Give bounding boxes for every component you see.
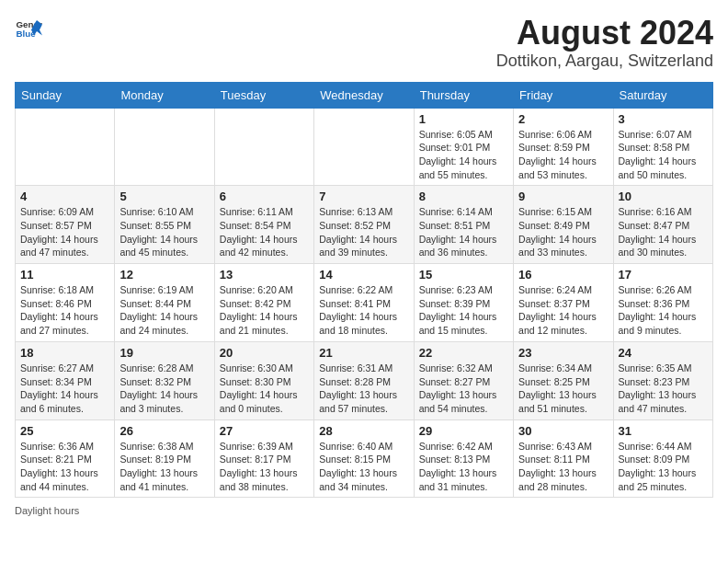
day-number: 17 (619, 268, 708, 282)
day-number: 30 (518, 424, 608, 438)
day-info: Sunrise: 6:19 AMSunset: 8:44 PMDaylight:… (119, 283, 209, 338)
day-number: 6 (220, 190, 309, 203)
footer-daylight: Daylight hours (15, 505, 713, 516)
main-title: August 2024 (496, 15, 713, 52)
day-info: Sunrise: 6:11 AMSunset: 8:54 PMDaylight:… (220, 205, 309, 259)
calendar-cell: 25Sunrise: 6:36 AMSunset: 8:21 PMDayligh… (16, 419, 115, 498)
column-header-sunday: Sunday (16, 82, 115, 108)
page-header: General Blue General Blue August 2024 Do… (15, 15, 713, 71)
day-info: Sunrise: 6:31 AMSunset: 8:28 PMDaylight:… (319, 362, 408, 416)
calendar-cell: 26Sunrise: 6:38 AMSunset: 8:19 PMDayligh… (115, 419, 214, 498)
logo: General Blue General Blue (15, 15, 42, 42)
day-info: Sunrise: 6:23 AMSunset: 8:39 PMDaylight:… (419, 283, 508, 338)
calendar-table: SundayMondayTuesdayWednesdayThursdayFrid… (15, 82, 713, 499)
calendar-cell: 27Sunrise: 6:39 AMSunset: 8:17 PMDayligh… (214, 419, 313, 498)
day-info: Sunrise: 6:44 AMSunset: 8:09 PMDaylight:… (619, 440, 708, 494)
calendar-cell: 13Sunrise: 6:20 AMSunset: 8:42 PMDayligh… (214, 264, 313, 342)
day-info: Sunrise: 6:26 AMSunset: 8:36 PMDaylight:… (619, 283, 708, 338)
day-number: 12 (119, 268, 209, 282)
calendar-week-row: 4Sunrise: 6:09 AMSunset: 8:57 PMDaylight… (16, 186, 713, 264)
day-info: Sunrise: 6:40 AMSunset: 8:15 PMDaylight:… (319, 440, 408, 494)
calendar-cell: 1Sunrise: 6:05 AMSunset: 9:01 PMDaylight… (414, 108, 513, 186)
calendar-cell: 11Sunrise: 6:18 AMSunset: 8:46 PMDayligh… (16, 264, 115, 342)
day-number: 9 (518, 190, 608, 203)
day-number: 31 (619, 424, 708, 438)
calendar-cell (115, 108, 214, 186)
day-number: 29 (419, 424, 508, 438)
day-number: 28 (319, 424, 408, 438)
calendar-cell: 9Sunrise: 6:15 AMSunset: 8:49 PMDaylight… (514, 186, 613, 264)
day-number: 1 (419, 112, 508, 126)
day-info: Sunrise: 6:06 AMSunset: 8:59 PMDaylight:… (518, 128, 608, 182)
day-number: 10 (619, 190, 708, 203)
calendar-cell: 30Sunrise: 6:43 AMSunset: 8:11 PMDayligh… (514, 419, 613, 498)
calendar-week-row: 11Sunrise: 6:18 AMSunset: 8:46 PMDayligh… (16, 264, 713, 342)
day-number: 2 (518, 112, 608, 126)
day-info: Sunrise: 6:18 AMSunset: 8:46 PMDaylight:… (20, 283, 109, 338)
day-number: 8 (419, 190, 508, 203)
calendar-cell: 3Sunrise: 6:07 AMSunset: 8:58 PMDaylight… (613, 108, 712, 186)
day-number: 15 (419, 268, 508, 282)
column-header-saturday: Saturday (613, 82, 712, 108)
calendar-cell: 7Sunrise: 6:13 AMSunset: 8:52 PMDaylight… (314, 186, 414, 264)
subtitle: Dottikon, Aargau, Switzerland (496, 52, 713, 71)
day-info: Sunrise: 6:38 AMSunset: 8:19 PMDaylight:… (119, 440, 209, 494)
calendar-week-row: 25Sunrise: 6:36 AMSunset: 8:21 PMDayligh… (16, 419, 713, 498)
calendar-cell: 2Sunrise: 6:06 AMSunset: 8:59 PMDaylight… (514, 108, 613, 186)
day-info: Sunrise: 6:34 AMSunset: 8:25 PMDaylight:… (518, 362, 608, 416)
calendar-cell: 19Sunrise: 6:28 AMSunset: 8:32 PMDayligh… (115, 341, 214, 419)
day-info: Sunrise: 6:13 AMSunset: 8:52 PMDaylight:… (319, 205, 408, 259)
day-info: Sunrise: 6:43 AMSunset: 8:11 PMDaylight:… (518, 440, 608, 494)
title-section: August 2024 Dottikon, Aargau, Switzerlan… (496, 15, 713, 71)
calendar-cell: 5Sunrise: 6:10 AMSunset: 8:55 PMDaylight… (115, 186, 214, 264)
day-number: 11 (20, 268, 109, 282)
day-info: Sunrise: 6:09 AMSunset: 8:57 PMDaylight:… (20, 205, 109, 259)
day-info: Sunrise: 6:36 AMSunset: 8:21 PMDaylight:… (20, 440, 109, 494)
calendar-cell: 29Sunrise: 6:42 AMSunset: 8:13 PMDayligh… (414, 419, 513, 498)
day-number: 26 (119, 424, 209, 438)
column-header-thursday: Thursday (414, 82, 513, 108)
day-number: 27 (220, 424, 309, 438)
day-number: 13 (220, 268, 309, 282)
day-number: 25 (20, 424, 109, 438)
day-info: Sunrise: 6:20 AMSunset: 8:42 PMDaylight:… (220, 283, 309, 338)
column-header-friday: Friday (514, 82, 613, 108)
day-number: 7 (319, 190, 408, 203)
day-number: 23 (518, 346, 608, 360)
day-info: Sunrise: 6:22 AMSunset: 8:41 PMDaylight:… (319, 283, 408, 338)
calendar-cell: 6Sunrise: 6:11 AMSunset: 8:54 PMDaylight… (214, 186, 313, 264)
calendar-cell (16, 108, 115, 186)
calendar-cell: 18Sunrise: 6:27 AMSunset: 8:34 PMDayligh… (16, 341, 115, 419)
day-number: 14 (319, 268, 408, 282)
day-info: Sunrise: 6:28 AMSunset: 8:32 PMDaylight:… (119, 362, 209, 416)
day-number: 5 (119, 190, 209, 203)
calendar-cell: 16Sunrise: 6:24 AMSunset: 8:37 PMDayligh… (514, 264, 613, 342)
day-info: Sunrise: 6:16 AMSunset: 8:47 PMDaylight:… (619, 205, 708, 259)
logo-icon: General Blue (15, 15, 42, 42)
calendar-header-row: SundayMondayTuesdayWednesdayThursdayFrid… (16, 82, 713, 108)
calendar-cell: 24Sunrise: 6:35 AMSunset: 8:23 PMDayligh… (613, 341, 712, 419)
day-info: Sunrise: 6:05 AMSunset: 9:01 PMDaylight:… (419, 128, 508, 182)
calendar-cell: 8Sunrise: 6:14 AMSunset: 8:51 PMDaylight… (414, 186, 513, 264)
day-info: Sunrise: 6:27 AMSunset: 8:34 PMDaylight:… (20, 362, 109, 416)
day-number: 20 (220, 346, 309, 360)
calendar-cell: 17Sunrise: 6:26 AMSunset: 8:36 PMDayligh… (613, 264, 712, 342)
day-info: Sunrise: 6:39 AMSunset: 8:17 PMDaylight:… (220, 440, 309, 494)
calendar-cell: 4Sunrise: 6:09 AMSunset: 8:57 PMDaylight… (16, 186, 115, 264)
day-info: Sunrise: 6:07 AMSunset: 8:58 PMDaylight:… (619, 128, 708, 182)
column-header-wednesday: Wednesday (314, 82, 414, 108)
day-info: Sunrise: 6:32 AMSunset: 8:27 PMDaylight:… (419, 362, 508, 416)
day-info: Sunrise: 6:42 AMSunset: 8:13 PMDaylight:… (419, 440, 508, 494)
calendar-cell: 28Sunrise: 6:40 AMSunset: 8:15 PMDayligh… (314, 419, 414, 498)
calendar-cell: 10Sunrise: 6:16 AMSunset: 8:47 PMDayligh… (613, 186, 712, 264)
day-info: Sunrise: 6:14 AMSunset: 8:51 PMDaylight:… (419, 205, 508, 259)
calendar-cell (314, 108, 414, 186)
day-info: Sunrise: 6:30 AMSunset: 8:30 PMDaylight:… (220, 362, 309, 416)
day-number: 18 (20, 346, 109, 360)
calendar-cell: 21Sunrise: 6:31 AMSunset: 8:28 PMDayligh… (314, 341, 414, 419)
day-number: 21 (319, 346, 408, 360)
day-info: Sunrise: 6:10 AMSunset: 8:55 PMDaylight:… (119, 205, 209, 259)
calendar-cell: 15Sunrise: 6:23 AMSunset: 8:39 PMDayligh… (414, 264, 513, 342)
day-number: 3 (619, 112, 708, 126)
calendar-cell: 14Sunrise: 6:22 AMSunset: 8:41 PMDayligh… (314, 264, 414, 342)
